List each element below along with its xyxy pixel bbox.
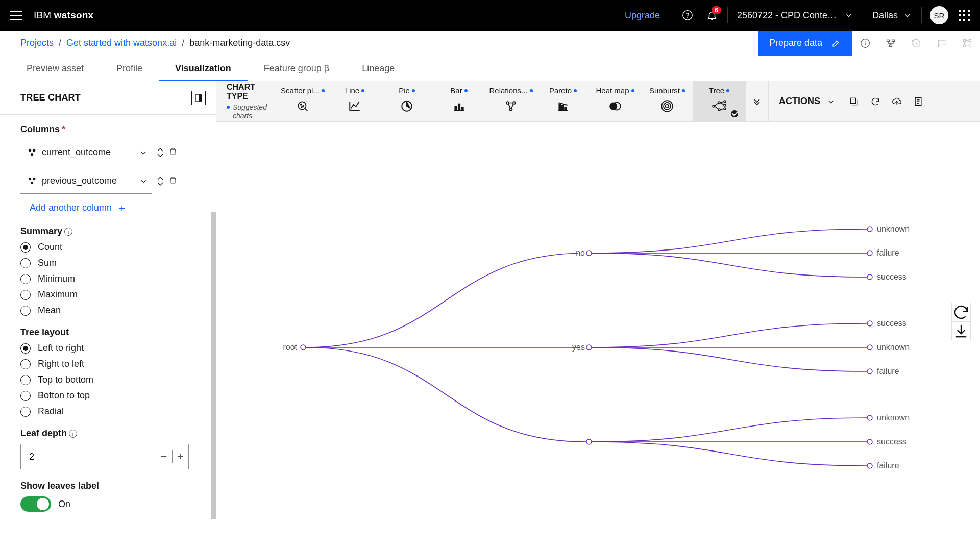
top-header: IBM watsonx Upgrade 6 2560722 - CPD Cont…: [0, 0, 980, 31]
svg-rect-7: [890, 45, 892, 46]
start-over-icon[interactable]: [845, 92, 863, 111]
reset-view-icon[interactable]: [952, 303, 970, 321]
reorder-0[interactable]: [157, 148, 163, 157]
chart-type-tree[interactable]: Tree: [693, 81, 745, 121]
toggle-state: On: [58, 499, 70, 510]
add-column-link[interactable]: Add another column＋: [30, 201, 195, 215]
account-selector[interactable]: 2560722 - CPD Content De...: [731, 10, 859, 21]
column-select-0[interactable]: current_outcome: [20, 140, 152, 165]
svg-point-39: [713, 105, 715, 107]
tab-preview-asset[interactable]: Preview asset: [10, 56, 100, 81]
tab-feature-group-[interactable]: Feature group β: [248, 56, 346, 81]
app-switcher-icon[interactable]: [959, 10, 970, 21]
show-leaves-label: Show leaves label: [20, 481, 195, 491]
panel-title: TREE CHART: [20, 92, 81, 103]
info-icon[interactable]: [852, 31, 878, 56]
svg-rect-25: [455, 106, 456, 111]
summary-option-sum[interactable]: Sum: [20, 258, 195, 268]
notes-icon[interactable]: [909, 92, 927, 111]
svg-point-14: [29, 148, 31, 151]
breadcrumb-project[interactable]: Get started with watsonx.ai: [66, 38, 177, 48]
summary-option-mean[interactable]: Mean: [20, 305, 195, 316]
download-icon[interactable]: [952, 321, 970, 340]
reorder-1[interactable]: [157, 177, 163, 186]
svg-text:no: no: [576, 248, 585, 257]
chart-type-relations-[interactable]: Relations...: [485, 81, 537, 121]
delete-column-1[interactable]: [168, 176, 178, 187]
layout-option-top-to-bottom[interactable]: Top to bottom: [20, 374, 195, 385]
svg-text:root: root: [283, 343, 297, 352]
tabs: Preview assetProfileVisualizationFeature…: [0, 56, 980, 81]
breadcrumb-projects[interactable]: Projects: [20, 38, 54, 48]
layout-label: Tree layout: [20, 327, 195, 338]
svg-text:success: success: [877, 319, 906, 328]
stepper-plus[interactable]: +: [172, 450, 188, 463]
chart-type-scatter-pl-[interactable]: Scatter pl...: [277, 81, 329, 121]
avatar[interactable]: SR: [930, 6, 948, 24]
svg-point-69: [867, 369, 872, 374]
svg-rect-8: [964, 39, 966, 41]
svg-point-61: [867, 251, 872, 256]
svg-point-44: [724, 108, 726, 110]
canvas-tools: [951, 303, 971, 340]
collapse-panel-button[interactable]: [191, 91, 206, 105]
show-leaves-toggle[interactable]: [20, 496, 51, 512]
summary-option-minimum[interactable]: Minimum: [20, 273, 195, 284]
summary-option-count[interactable]: Count: [20, 242, 195, 253]
notifications-badge: 6: [712, 6, 721, 14]
chart-type-heat-map[interactable]: Heat map: [589, 81, 641, 121]
svg-point-59: [867, 227, 872, 232]
svg-point-22: [303, 105, 304, 106]
region-selector[interactable]: Dallas: [865, 10, 918, 21]
layout-option-right-to-left[interactable]: Right to left: [20, 359, 195, 369]
leaf-depth-input[interactable]: [21, 452, 156, 462]
prepare-data-button[interactable]: Prepare data: [758, 31, 852, 56]
tab-lineage[interactable]: Lineage: [346, 56, 411, 81]
breadcrumb-row: Projects / Get started with watsonx.ai /…: [0, 31, 980, 56]
chart-type-label: CHART TYPE: [227, 83, 277, 101]
layout-option-radial[interactable]: Radial: [20, 406, 195, 417]
svg-rect-11: [969, 45, 971, 47]
tab-profile[interactable]: Profile: [100, 56, 159, 81]
svg-point-67: [867, 345, 872, 350]
svg-point-58: [586, 439, 592, 444]
svg-rect-9: [969, 39, 971, 41]
summary-option-maximum[interactable]: Maximum: [20, 289, 195, 300]
actions-chevron-icon[interactable]: [827, 98, 835, 105]
svg-point-75: [867, 463, 872, 468]
refresh-icon[interactable]: [866, 92, 885, 111]
chart-type-bar[interactable]: Bar: [433, 81, 485, 121]
chart-type-pie[interactable]: Pie: [381, 81, 433, 121]
menu-icon[interactable]: [10, 9, 22, 21]
layout-option-botton-to-top[interactable]: Botton to top: [20, 390, 195, 401]
svg-point-4: [865, 41, 865, 41]
main: TREE CHART Columns* current_outcomeprevi…: [0, 81, 980, 551]
svg-rect-45: [850, 98, 855, 103]
data-flow-icon[interactable]: [878, 31, 903, 56]
svg-point-20: [298, 102, 306, 109]
svg-point-63: [867, 274, 872, 280]
svg-point-51: [301, 345, 306, 350]
svg-rect-27: [461, 107, 463, 111]
notifications-icon[interactable]: 6: [700, 3, 724, 28]
upgrade-link[interactable]: Upgrade: [625, 10, 660, 21]
svg-point-71: [867, 415, 872, 420]
chart-canvas[interactable]: rootnoyesunknownfailuresuccesssuccessunk…: [216, 122, 980, 551]
delete-column-0[interactable]: [168, 147, 178, 158]
export-icon[interactable]: [888, 92, 906, 111]
svg-point-54: [586, 251, 592, 256]
chart-type-sunburst[interactable]: Sunburst: [641, 81, 693, 121]
scrollbar[interactable]: [211, 212, 216, 519]
layout-option-left-to-right[interactable]: Left to right: [20, 343, 195, 354]
help-icon[interactable]: [675, 3, 700, 28]
column-select-1[interactable]: previous_outcome: [20, 168, 152, 194]
more-chart-types-button[interactable]: [745, 81, 769, 121]
svg-rect-33: [565, 107, 566, 111]
tab-visualization[interactable]: Visualization: [159, 56, 248, 81]
stepper-minus[interactable]: −: [156, 450, 172, 463]
leaf-depth-stepper[interactable]: − +: [20, 444, 189, 469]
chart-type-line[interactable]: Line: [329, 81, 381, 121]
chart-type-pareto[interactable]: Pareto: [537, 81, 589, 121]
svg-point-16: [31, 153, 33, 155]
svg-point-21: [301, 104, 302, 105]
